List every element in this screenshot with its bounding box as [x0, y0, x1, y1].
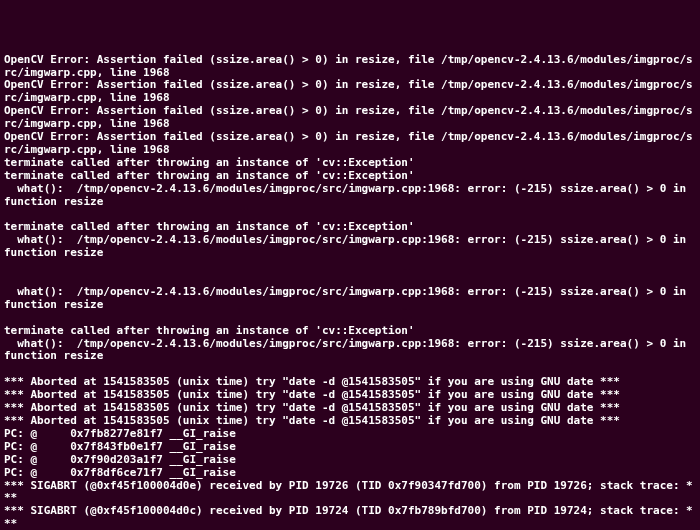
terminal-line: PC: @ 0x7f843fb0e1f7 __GI_raise: [4, 441, 696, 454]
terminal-line: OpenCV Error: Assertion failed (ssize.ar…: [4, 79, 696, 105]
terminal-line: [4, 260, 696, 273]
terminal-line: PC: @ 0x7f8df6ce71f7 __GI_raise: [4, 467, 696, 480]
terminal-line: what(): /tmp/opencv-2.4.13.6/modules/img…: [4, 338, 696, 364]
terminal-line: PC: @ 0x7f90d203a1f7 __GI_raise: [4, 454, 696, 467]
terminal-output: OpenCV Error: Assertion failed (ssize.ar…: [4, 54, 696, 530]
terminal-line: *** SIGABRT (@0xf45f100004d0e) received …: [4, 480, 696, 506]
terminal-line: *** SIGABRT (@0xf45f100004d0c) received …: [4, 505, 696, 530]
terminal-line: terminate called after throwing an insta…: [4, 325, 696, 338]
terminal-line: PC: @ 0x7fb8277e81f7 __GI_raise: [4, 428, 696, 441]
terminal-line: what(): /tmp/opencv-2.4.13.6/modules/img…: [4, 286, 696, 312]
terminal-line: OpenCV Error: Assertion failed (ssize.ar…: [4, 105, 696, 131]
terminal-line: terminate called after throwing an insta…: [4, 157, 696, 170]
terminal-line: what(): /tmp/opencv-2.4.13.6/modules/img…: [4, 234, 696, 260]
terminal-line: OpenCV Error: Assertion failed (ssize.ar…: [4, 54, 696, 80]
terminal-line: terminate called after throwing an insta…: [4, 170, 696, 183]
terminal-line: *** Aborted at 1541583505 (unix time) tr…: [4, 415, 696, 428]
terminal-line: what(): /tmp/opencv-2.4.13.6/modules/img…: [4, 183, 696, 209]
terminal-line: [4, 273, 696, 286]
terminal-line: OpenCV Error: Assertion failed (ssize.ar…: [4, 131, 696, 157]
terminal-line: [4, 312, 696, 325]
